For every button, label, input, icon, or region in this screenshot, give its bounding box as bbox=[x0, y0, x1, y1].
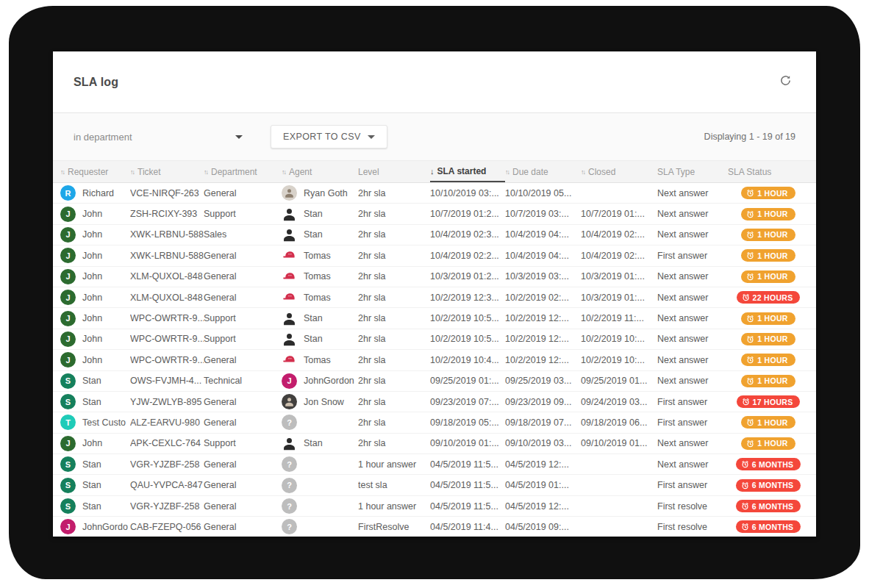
department-cell: General bbox=[204, 522, 282, 532]
column-header-closed[interactable]: ↑↓Closed bbox=[581, 161, 657, 182]
table-row[interactable]: SStanVGR-YJZBF-258General?1 hour answer0… bbox=[53, 496, 816, 517]
column-header-requester[interactable]: ↑↓Requester bbox=[60, 161, 130, 182]
sla-type-cell: Next answer bbox=[657, 188, 728, 198]
table-row[interactable]: JJohnXWK-LRBNU-588GeneralTomas2hr sla10/… bbox=[53, 245, 816, 266]
table-row[interactable]: JJohnWPC-OWRTR-9...GeneralTomas2hr sla10… bbox=[53, 350, 816, 370]
department-cell: General bbox=[204, 271, 282, 282]
sla-started-cell: 10/7/2019 01:2... bbox=[430, 209, 505, 219]
sla-status-label: 6 MONTHS bbox=[752, 481, 794, 490]
agent-cell: JJohnGordon bbox=[282, 373, 358, 389]
table-row[interactable]: JJohnZSH-RCIXY-393SupportStan2hr sla10/7… bbox=[53, 204, 816, 224]
sort-icon: ↑↓ bbox=[130, 168, 134, 176]
department-filter-select[interactable]: in department bbox=[74, 132, 243, 143]
level-cell: 2hr sla bbox=[358, 438, 430, 448]
table-row[interactable]: RRichardVCE-NIRQF-263GeneralRyan Goth2hr… bbox=[53, 183, 816, 204]
requester-cell: SStan bbox=[60, 498, 130, 514]
table-row[interactable]: SStanQAU-YVPCA-847General?test sla04/5/2… bbox=[53, 475, 816, 495]
sla-status-label: 1 HOUR bbox=[757, 356, 787, 365]
requester-name: Stan bbox=[82, 376, 101, 386]
due-date-cell: 10/4/2019 04:... bbox=[505, 229, 581, 240]
column-header-sla_started[interactable]: ↓SLA started bbox=[430, 161, 505, 182]
sort-desc-icon: ↓ bbox=[430, 167, 434, 176]
export-csv-button[interactable]: EXPORT TO CSV bbox=[271, 125, 387, 148]
table-row[interactable]: SStanVGR-YJZBF-258General?1 hour answer0… bbox=[53, 454, 816, 475]
table-row[interactable]: JJohnGordoCAB-FZEPQ-056General?FirstReso… bbox=[53, 517, 816, 537]
table-row[interactable]: JJohnAPK-CEXLC-764SupportStan2hr sla09/1… bbox=[53, 434, 816, 454]
agent-avatar: J bbox=[282, 373, 297, 389]
closed-cell: 10/4/2019 02:... bbox=[581, 251, 657, 261]
level-cell: 2hr sla bbox=[358, 188, 430, 198]
sla-status-badge: 1 HOUR bbox=[741, 187, 795, 199]
requester-avatar: J bbox=[60, 207, 76, 222]
sla-status-badge: 1 HOUR bbox=[741, 416, 795, 429]
sla-status-badge: 6 MONTHS bbox=[736, 500, 801, 512]
sla-status-cell: 1 HOUR bbox=[728, 354, 809, 366]
agent-cell: Stan bbox=[282, 311, 358, 326]
sla-status-cell: 6 MONTHS bbox=[728, 458, 809, 470]
sla-started-cell: 09/23/2019 07:... bbox=[430, 397, 505, 407]
due-date-cell: 09/10/2019 03... bbox=[505, 438, 581, 448]
requester-name: John bbox=[82, 334, 102, 344]
sort-icon: ↑↓ bbox=[505, 168, 509, 176]
stage: SLA log in department EXPORT TO CSV Disp… bbox=[0, 0, 869, 588]
table-header-row: ↑↓Requester↑↓Ticket↑↓Department↑↓AgentLe… bbox=[53, 160, 816, 183]
due-date-cell: 04/5/2019 09:... bbox=[505, 522, 581, 532]
requester-cell: JJohn bbox=[60, 331, 130, 347]
table-row[interactable]: SStanYJW-ZWLYB-895GeneralJon Snow2hr sla… bbox=[53, 392, 816, 412]
toolbar: in department EXPORT TO CSV Displaying 1… bbox=[53, 113, 816, 160]
table-row[interactable]: JJohnXLM-QUXOL-848GeneralTomas2hr sla10/… bbox=[53, 287, 816, 308]
requester-name: John bbox=[82, 229, 102, 240]
agent-name: Tomas bbox=[304, 293, 331, 303]
due-date-cell: 10/10/2019 05... bbox=[505, 188, 581, 198]
requester-name: John bbox=[82, 355, 102, 365]
closed-cell: 10/7/2019 01:... bbox=[581, 209, 657, 219]
sla-status-cell: 1 HOUR bbox=[728, 375, 809, 387]
sla-started-cell: 10/10/2019 03:... bbox=[430, 188, 505, 198]
stopwatch-icon bbox=[746, 231, 754, 239]
department-cell: Support bbox=[204, 209, 282, 219]
agent-name: Tomas bbox=[304, 355, 331, 365]
sla-status-cell: 1 HOUR bbox=[728, 416, 809, 429]
sla-started-cell: 09/25/2019 01:... bbox=[430, 376, 505, 386]
chevron-down-icon bbox=[235, 135, 243, 139]
table-row[interactable]: JJohnXWK-LRBNU-588SalesStan2hr sla10/4/2… bbox=[53, 225, 816, 245]
requester-name: John bbox=[82, 271, 102, 282]
table-row[interactable]: JJohnXLM-QUXOL-848GeneralTomas2hr sla10/… bbox=[53, 267, 816, 287]
refresh-button[interactable] bbox=[775, 72, 795, 93]
sla-status-label: 1 HOUR bbox=[757, 439, 787, 448]
table-row[interactable]: SStanOWS-FVJMH-4...TechnicalJJohnGordon2… bbox=[53, 371, 816, 392]
sla-status-cell: 1 HOUR bbox=[728, 312, 809, 325]
sla-status-badge: 1 HOUR bbox=[741, 312, 795, 325]
level-cell: FirstResolve bbox=[358, 522, 430, 532]
requester-avatar: J bbox=[60, 352, 76, 368]
table-row[interactable]: JJohnWPC-OWRTR-9...SupportStan2hr sla10/… bbox=[53, 329, 816, 350]
column-header-due_date[interactable]: ↑↓Due date bbox=[505, 161, 581, 182]
sort-icon: ↑↓ bbox=[282, 168, 285, 176]
sla-status-label: 1 HOUR bbox=[757, 418, 787, 427]
level-cell: 2hr sla bbox=[358, 397, 430, 407]
agent-name: Stan bbox=[304, 209, 323, 219]
closed-cell: 10/2/2019 11:... bbox=[581, 313, 657, 323]
column-header-department[interactable]: ↑↓Department bbox=[204, 161, 282, 182]
column-header-ticket[interactable]: ↑↓Ticket bbox=[130, 161, 204, 182]
sla-type-cell: Next answer bbox=[657, 313, 728, 323]
sla-started-cell: 10/2/2019 10:4... bbox=[430, 355, 505, 365]
table-row[interactable]: JJohnWPC-OWRTR-9...SupportStan2hr sla10/… bbox=[53, 308, 816, 329]
requester-avatar: J bbox=[60, 269, 76, 284]
due-date-cell: 04/5/2019 01:... bbox=[505, 480, 581, 490]
level-cell: 2hr sla bbox=[358, 229, 430, 240]
titlebar: SLA log bbox=[53, 51, 816, 113]
sla-status-cell: 1 HOUR bbox=[728, 333, 809, 345]
requester-name: John bbox=[82, 438, 102, 448]
unknown-agent-avatar: ? bbox=[282, 478, 297, 493]
column-header-agent[interactable]: ↑↓Agent bbox=[282, 161, 358, 182]
sla-status-cell: 6 MONTHS bbox=[728, 520, 809, 533]
table-row[interactable]: TTest CustoALZ-EARVU-980General?2hr sla0… bbox=[53, 412, 816, 433]
sla-status-cell: 22 HOURS bbox=[728, 291, 809, 304]
department-cell: General bbox=[204, 188, 282, 198]
column-header-sla_type: SLA Type bbox=[657, 161, 728, 182]
closed-cell: 09/24/2019 03... bbox=[581, 397, 657, 407]
requester-avatar: S bbox=[60, 498, 76, 514]
agent-silhouette-avatar bbox=[282, 207, 297, 222]
agent-cell: ? bbox=[282, 415, 358, 430]
